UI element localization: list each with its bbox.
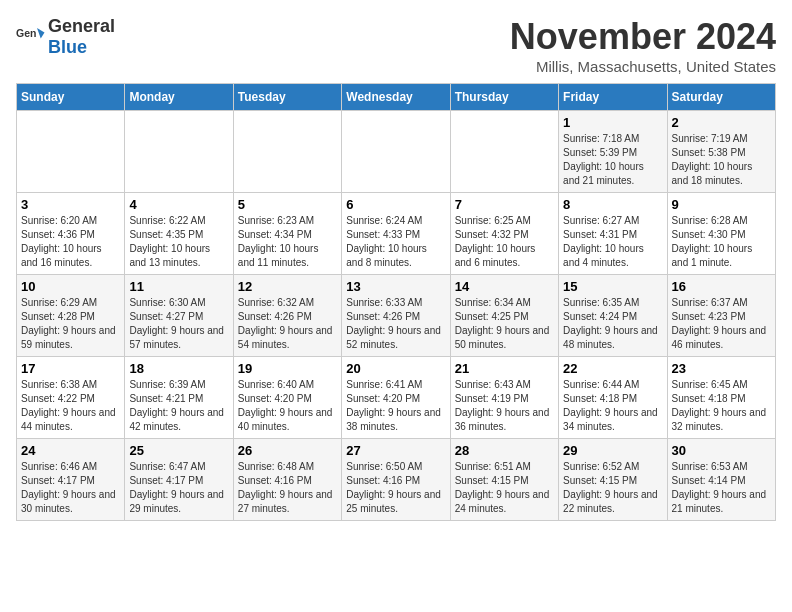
day-number: 12 — [238, 279, 337, 294]
day-info: Sunrise: 6:25 AM Sunset: 4:32 PM Dayligh… — [455, 214, 554, 270]
column-header-saturday: Saturday — [667, 84, 775, 111]
day-info: Sunrise: 6:38 AM Sunset: 4:22 PM Dayligh… — [21, 378, 120, 434]
day-cell: 22Sunrise: 6:44 AM Sunset: 4:18 PM Dayli… — [559, 357, 667, 439]
day-info: Sunrise: 6:52 AM Sunset: 4:15 PM Dayligh… — [563, 460, 662, 516]
day-info: Sunrise: 6:46 AM Sunset: 4:17 PM Dayligh… — [21, 460, 120, 516]
column-header-sunday: Sunday — [17, 84, 125, 111]
day-cell: 11Sunrise: 6:30 AM Sunset: 4:27 PM Dayli… — [125, 275, 233, 357]
day-info: Sunrise: 6:53 AM Sunset: 4:14 PM Dayligh… — [672, 460, 771, 516]
page-header: Gen General Blue November 2024 Millis, M… — [16, 16, 776, 75]
day-number: 15 — [563, 279, 662, 294]
day-cell: 10Sunrise: 6:29 AM Sunset: 4:28 PM Dayli… — [17, 275, 125, 357]
calendar-header: SundayMondayTuesdayWednesdayThursdayFrid… — [17, 84, 776, 111]
day-info: Sunrise: 6:20 AM Sunset: 4:36 PM Dayligh… — [21, 214, 120, 270]
day-cell: 1Sunrise: 7:18 AM Sunset: 5:39 PM Daylig… — [559, 111, 667, 193]
day-info: Sunrise: 6:28 AM Sunset: 4:30 PM Dayligh… — [672, 214, 771, 270]
day-number: 29 — [563, 443, 662, 458]
day-cell: 20Sunrise: 6:41 AM Sunset: 4:20 PM Dayli… — [342, 357, 450, 439]
day-number: 4 — [129, 197, 228, 212]
day-number: 17 — [21, 361, 120, 376]
day-info: Sunrise: 7:19 AM Sunset: 5:38 PM Dayligh… — [672, 132, 771, 188]
column-header-thursday: Thursday — [450, 84, 558, 111]
day-cell — [17, 111, 125, 193]
day-cell: 13Sunrise: 6:33 AM Sunset: 4:26 PM Dayli… — [342, 275, 450, 357]
day-number: 11 — [129, 279, 228, 294]
day-cell: 28Sunrise: 6:51 AM Sunset: 4:15 PM Dayli… — [450, 439, 558, 521]
day-info: Sunrise: 6:40 AM Sunset: 4:20 PM Dayligh… — [238, 378, 337, 434]
day-number: 28 — [455, 443, 554, 458]
column-header-tuesday: Tuesday — [233, 84, 341, 111]
day-info: Sunrise: 6:37 AM Sunset: 4:23 PM Dayligh… — [672, 296, 771, 352]
day-number: 16 — [672, 279, 771, 294]
day-number: 2 — [672, 115, 771, 130]
day-cell — [450, 111, 558, 193]
week-row-5: 24Sunrise: 6:46 AM Sunset: 4:17 PM Dayli… — [17, 439, 776, 521]
day-number: 21 — [455, 361, 554, 376]
day-cell: 19Sunrise: 6:40 AM Sunset: 4:20 PM Dayli… — [233, 357, 341, 439]
day-cell: 7Sunrise: 6:25 AM Sunset: 4:32 PM Daylig… — [450, 193, 558, 275]
day-number: 25 — [129, 443, 228, 458]
day-info: Sunrise: 6:48 AM Sunset: 4:16 PM Dayligh… — [238, 460, 337, 516]
week-row-3: 10Sunrise: 6:29 AM Sunset: 4:28 PM Dayli… — [17, 275, 776, 357]
week-row-1: 1Sunrise: 7:18 AM Sunset: 5:39 PM Daylig… — [17, 111, 776, 193]
day-cell: 21Sunrise: 6:43 AM Sunset: 4:19 PM Dayli… — [450, 357, 558, 439]
location-text: Millis, Massachusetts, United States — [510, 58, 776, 75]
day-info: Sunrise: 6:32 AM Sunset: 4:26 PM Dayligh… — [238, 296, 337, 352]
day-number: 14 — [455, 279, 554, 294]
calendar-table: SundayMondayTuesdayWednesdayThursdayFrid… — [16, 83, 776, 521]
day-number: 20 — [346, 361, 445, 376]
logo-general-text: General — [48, 16, 115, 36]
day-info: Sunrise: 6:22 AM Sunset: 4:35 PM Dayligh… — [129, 214, 228, 270]
day-number: 30 — [672, 443, 771, 458]
day-cell: 29Sunrise: 6:52 AM Sunset: 4:15 PM Dayli… — [559, 439, 667, 521]
day-number: 9 — [672, 197, 771, 212]
day-number: 3 — [21, 197, 120, 212]
day-cell: 3Sunrise: 6:20 AM Sunset: 4:36 PM Daylig… — [17, 193, 125, 275]
day-number: 27 — [346, 443, 445, 458]
month-title: November 2024 — [510, 16, 776, 58]
day-number: 7 — [455, 197, 554, 212]
day-number: 1 — [563, 115, 662, 130]
day-cell: 5Sunrise: 6:23 AM Sunset: 4:34 PM Daylig… — [233, 193, 341, 275]
day-cell: 6Sunrise: 6:24 AM Sunset: 4:33 PM Daylig… — [342, 193, 450, 275]
day-cell: 2Sunrise: 7:19 AM Sunset: 5:38 PM Daylig… — [667, 111, 775, 193]
day-info: Sunrise: 6:50 AM Sunset: 4:16 PM Dayligh… — [346, 460, 445, 516]
day-info: Sunrise: 6:51 AM Sunset: 4:15 PM Dayligh… — [455, 460, 554, 516]
day-cell — [233, 111, 341, 193]
day-info: Sunrise: 6:23 AM Sunset: 4:34 PM Dayligh… — [238, 214, 337, 270]
day-number: 5 — [238, 197, 337, 212]
day-info: Sunrise: 6:41 AM Sunset: 4:20 PM Dayligh… — [346, 378, 445, 434]
day-number: 19 — [238, 361, 337, 376]
day-info: Sunrise: 6:43 AM Sunset: 4:19 PM Dayligh… — [455, 378, 554, 434]
day-info: Sunrise: 6:34 AM Sunset: 4:25 PM Dayligh… — [455, 296, 554, 352]
column-header-monday: Monday — [125, 84, 233, 111]
day-cell: 4Sunrise: 6:22 AM Sunset: 4:35 PM Daylig… — [125, 193, 233, 275]
day-cell: 24Sunrise: 6:46 AM Sunset: 4:17 PM Dayli… — [17, 439, 125, 521]
day-number: 24 — [21, 443, 120, 458]
day-number: 6 — [346, 197, 445, 212]
svg-text:Gen: Gen — [16, 27, 36, 39]
day-info: Sunrise: 6:39 AM Sunset: 4:21 PM Dayligh… — [129, 378, 228, 434]
column-header-wednesday: Wednesday — [342, 84, 450, 111]
day-info: Sunrise: 6:35 AM Sunset: 4:24 PM Dayligh… — [563, 296, 662, 352]
day-info: Sunrise: 6:45 AM Sunset: 4:18 PM Dayligh… — [672, 378, 771, 434]
week-row-4: 17Sunrise: 6:38 AM Sunset: 4:22 PM Dayli… — [17, 357, 776, 439]
day-cell: 23Sunrise: 6:45 AM Sunset: 4:18 PM Dayli… — [667, 357, 775, 439]
day-cell: 25Sunrise: 6:47 AM Sunset: 4:17 PM Dayli… — [125, 439, 233, 521]
day-number: 10 — [21, 279, 120, 294]
day-number: 26 — [238, 443, 337, 458]
day-info: Sunrise: 6:29 AM Sunset: 4:28 PM Dayligh… — [21, 296, 120, 352]
day-cell: 14Sunrise: 6:34 AM Sunset: 4:25 PM Dayli… — [450, 275, 558, 357]
day-number: 18 — [129, 361, 228, 376]
day-number: 13 — [346, 279, 445, 294]
day-cell: 27Sunrise: 6:50 AM Sunset: 4:16 PM Dayli… — [342, 439, 450, 521]
day-number: 22 — [563, 361, 662, 376]
svg-marker-1 — [37, 28, 45, 39]
calendar-body: 1Sunrise: 7:18 AM Sunset: 5:39 PM Daylig… — [17, 111, 776, 521]
day-cell: 8Sunrise: 6:27 AM Sunset: 4:31 PM Daylig… — [559, 193, 667, 275]
day-info: Sunrise: 6:30 AM Sunset: 4:27 PM Dayligh… — [129, 296, 228, 352]
column-header-friday: Friday — [559, 84, 667, 111]
day-info: Sunrise: 6:47 AM Sunset: 4:17 PM Dayligh… — [129, 460, 228, 516]
day-info: Sunrise: 6:44 AM Sunset: 4:18 PM Dayligh… — [563, 378, 662, 434]
day-cell: 12Sunrise: 6:32 AM Sunset: 4:26 PM Dayli… — [233, 275, 341, 357]
